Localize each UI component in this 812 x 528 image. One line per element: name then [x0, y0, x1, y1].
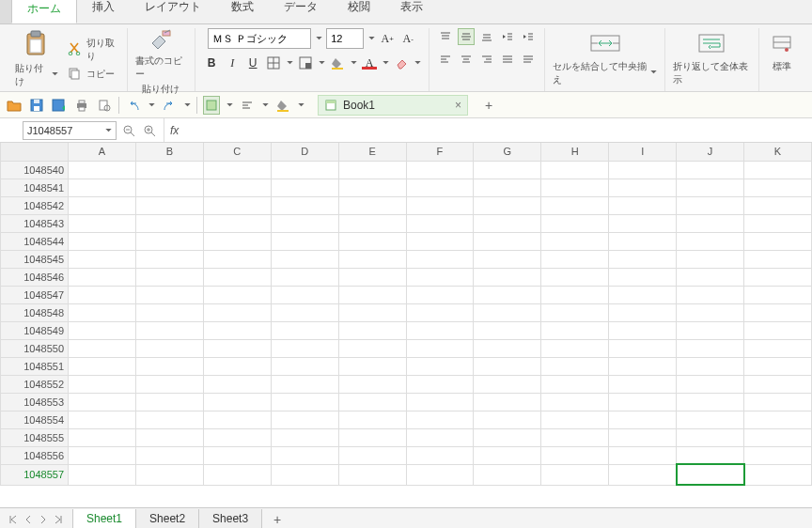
cell-J1048557[interactable]	[677, 464, 744, 485]
cell-E1048552[interactable]	[338, 375, 406, 393]
cell-H1048548[interactable]	[541, 303, 609, 321]
cell-F1048556[interactable]	[406, 446, 474, 464]
cell-K1048556[interactable]	[744, 446, 812, 464]
cell-B1048547[interactable]	[135, 286, 203, 303]
cell-C1048540[interactable]	[203, 161, 271, 179]
cell-C1048557[interactable]	[203, 464, 271, 485]
italic-button[interactable]: I	[224, 54, 241, 71]
cell-K1048547[interactable]	[744, 286, 812, 303]
paste-dropdown[interactable]	[52, 67, 58, 82]
cell-A1048543[interactable]	[69, 214, 136, 232]
cell-G1048550[interactable]	[474, 339, 541, 357]
cell-D1048555[interactable]	[271, 428, 338, 446]
cell-E1048546[interactable]	[338, 268, 406, 286]
font-color-dropdown[interactable]	[382, 55, 389, 70]
font-color-button[interactable]: A	[361, 54, 378, 71]
align-bottom-button[interactable]	[478, 28, 495, 45]
justify-button[interactable]	[499, 51, 516, 68]
cell-B1048546[interactable]	[135, 268, 203, 286]
cell-D1048542[interactable]	[271, 196, 338, 214]
cell-H1048546[interactable]	[541, 268, 609, 286]
cell-E1048555[interactable]	[338, 428, 406, 446]
cell-K1048544[interactable]	[744, 232, 812, 250]
cell-E1048548[interactable]	[338, 303, 406, 321]
column-header-J[interactable]: J	[677, 143, 744, 161]
cell-F1048552[interactable]	[406, 375, 474, 393]
cell-C1048555[interactable]	[203, 428, 271, 446]
cell-A1048556[interactable]	[69, 446, 136, 464]
cell-I1048548[interactable]	[609, 303, 677, 321]
cell-G1048547[interactable]	[474, 286, 541, 303]
cell-A1048542[interactable]	[69, 196, 136, 214]
clear-format-dropdown[interactable]	[414, 55, 421, 70]
row-header-1048546[interactable]: 1048546	[1, 268, 69, 286]
cell-D1048550[interactable]	[271, 339, 338, 357]
cut-icon[interactable]	[66, 40, 83, 57]
cell-A1048545[interactable]	[69, 250, 136, 268]
cell-J1048549[interactable]	[677, 321, 744, 339]
cell-I1048549[interactable]	[609, 321, 677, 339]
menu-tab-データ[interactable]: データ	[269, 0, 333, 23]
cell-B1048553[interactable]	[135, 393, 203, 411]
redo-dropdown[interactable]	[183, 98, 191, 113]
cell-H1048556[interactable]	[541, 446, 609, 464]
align-right-button[interactable]	[478, 51, 495, 68]
sheet-nav-first[interactable]	[6, 512, 21, 527]
cell-H1048554[interactable]	[541, 411, 609, 428]
print-icon[interactable]	[73, 96, 90, 115]
cell-F1048541[interactable]	[406, 179, 474, 196]
sheet-nav-prev[interactable]	[21, 512, 36, 527]
cell-F1048545[interactable]	[406, 250, 474, 268]
cell-E1048547[interactable]	[338, 286, 406, 303]
cell-G1048544[interactable]	[474, 232, 541, 250]
cell-D1048551[interactable]	[271, 357, 338, 375]
cell-K1048542[interactable]	[744, 196, 812, 214]
column-header-G[interactable]: G	[474, 143, 541, 161]
cell-I1048555[interactable]	[609, 428, 677, 446]
cell-D1048546[interactable]	[271, 268, 338, 286]
cell-D1048552[interactable]	[271, 375, 338, 393]
cell-F1048542[interactable]	[406, 196, 474, 214]
cell-I1048545[interactable]	[609, 250, 677, 268]
cell-C1048549[interactable]	[203, 321, 271, 339]
qa-highlight-dropdown[interactable]	[297, 98, 304, 113]
column-header-F[interactable]: F	[406, 143, 474, 161]
cell-F1048555[interactable]	[406, 428, 474, 446]
cell-C1048554[interactable]	[203, 411, 271, 428]
cell-H1048543[interactable]	[541, 214, 609, 232]
cell-G1048552[interactable]	[474, 375, 541, 393]
cell-J1048547[interactable]	[677, 286, 744, 303]
save-as-icon[interactable]	[51, 96, 68, 115]
row-header-1048548[interactable]: 1048548	[1, 303, 69, 321]
cell-F1048547[interactable]	[406, 286, 474, 303]
cell-G1048553[interactable]	[474, 393, 541, 411]
cell-A1048550[interactable]	[69, 339, 136, 357]
sheet-nav-last[interactable]	[51, 512, 66, 527]
qa-table-icon[interactable]	[203, 96, 220, 115]
cell-D1048553[interactable]	[271, 393, 338, 411]
cell-K1048557[interactable]	[744, 464, 812, 485]
format-painter-label-1[interactable]: 書式のコピー	[135, 54, 187, 81]
cell-K1048553[interactable]	[744, 393, 812, 411]
shrink-font-button[interactable]: A-	[399, 30, 416, 47]
cell-I1048543[interactable]	[609, 214, 677, 232]
cell-H1048542[interactable]	[541, 196, 609, 214]
cell-B1048545[interactable]	[135, 250, 203, 268]
cell-I1048544[interactable]	[609, 232, 677, 250]
sheet-tab-Sheet2[interactable]: Sheet2	[135, 509, 199, 529]
cell-B1048552[interactable]	[135, 375, 203, 393]
row-header-1048549[interactable]: 1048549	[1, 321, 69, 339]
font-size-dropdown[interactable]	[367, 31, 375, 46]
cell-E1048542[interactable]	[338, 196, 406, 214]
cell-I1048540[interactable]	[609, 161, 677, 179]
align-left-button[interactable]	[437, 51, 454, 68]
new-document-button[interactable]: +	[479, 98, 498, 113]
row-header-1048556[interactable]: 1048556	[1, 446, 69, 464]
cell-F1048549[interactable]	[406, 321, 474, 339]
redo-icon[interactable]	[161, 96, 178, 115]
cell-A1048540[interactable]	[69, 161, 136, 179]
cell-C1048545[interactable]	[203, 250, 271, 268]
cell-B1048544[interactable]	[135, 232, 203, 250]
cell-B1048540[interactable]	[135, 161, 203, 179]
cell-G1048555[interactable]	[474, 428, 541, 446]
